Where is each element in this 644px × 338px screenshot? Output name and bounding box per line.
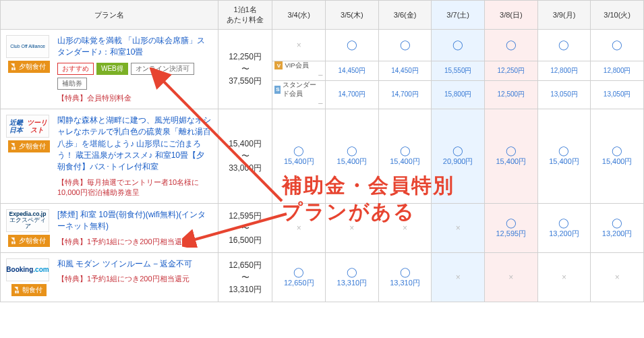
availability-cell[interactable]: ◯13,310円 (326, 252, 379, 302)
plan-bonus-text: 【特典】毎月抽選でエントリー者10名様に10,000円宿泊補助券進呈 (57, 177, 212, 198)
availability-cell[interactable]: ◯ (432, 30, 485, 61)
plan-title-link[interactable]: 和風 モダン ツインルーム − 返金不可 (57, 258, 212, 270)
unavailable-icon: × (562, 273, 566, 282)
header-date-6[interactable]: 3/10(火) (591, 1, 644, 30)
plan-tag: おすすめ (57, 63, 94, 75)
plan-cell: 近畿日本ツーリスト夕朝食付閑静な森林と湖畔に建つ、風光明媚なオシャレなホテルで乳… (1, 109, 218, 203)
available-icon: ◯ (274, 145, 324, 157)
member-price-cell[interactable]: 13,050円 (537, 80, 591, 109)
cell-price: 20,900円 (443, 157, 473, 165)
available-icon: ◯ (327, 39, 377, 51)
availability-cell[interactable]: ◯12,595円 (485, 203, 538, 252)
plan-comparison-table: プラン名 1泊1名 あたり料金 3/4(水) 3/5(木) 3/6(金) 3/7… (0, 0, 644, 302)
plan-row: Expedia.co.jpエクスペディア夕朝食付[禁煙] 和室 10畳(朝食付)… (1, 203, 644, 252)
member-tier-label: Sスタンダード会員− (272, 80, 326, 109)
availability-cell[interactable]: ◯ (591, 30, 644, 61)
availability-cell[interactable]: ◯ (537, 30, 591, 61)
header-date-4[interactable]: 3/8(日) (485, 1, 538, 30)
cell-price: 13,310円 (390, 279, 420, 287)
cell-price: 15,400円 (496, 157, 527, 165)
availability-cell[interactable]: ◯15,400円 (326, 109, 379, 203)
available-icon: ◯ (539, 39, 589, 51)
plan-row: Club Off Alliance夕朝食付山形の味覚を満載 「山形の味会席膳」ス… (1, 30, 644, 61)
availability-cell: × (432, 203, 485, 252)
meal-badge: 夕朝食付 (8, 235, 50, 247)
member-price-cell[interactable]: 14,700円 (326, 80, 379, 109)
plan-cell: Booking.com朝食付和風 モダン ツインルーム − 返金不可【特典】1予… (1, 252, 218, 302)
member-price-cell[interactable]: 12,800円 (591, 61, 644, 80)
member-price-cell[interactable]: 12,800円 (537, 61, 591, 80)
price-low: 12,595円 (229, 211, 262, 221)
available-icon: ◯ (592, 39, 642, 51)
brand-box[interactable]: Club Off Alliance夕朝食付 (6, 35, 52, 73)
availability-cell[interactable]: ◯12,650円 (272, 252, 326, 302)
plan-tag: WEB得 (96, 63, 128, 75)
member-tier-icon: S (274, 86, 281, 94)
unavailable-icon: × (403, 223, 407, 233)
availability-cell[interactable]: ◯15,400円 (537, 109, 591, 203)
price-range-cell: 12,650円〜13,310円 (218, 252, 272, 302)
brand-logo: Club Off Alliance (6, 35, 49, 58)
plan-title-link[interactable]: [禁煙] 和室 10畳(朝食付)(wifi無料)(インターネット無料) (57, 209, 212, 233)
member-price-cell[interactable]: 14,700円 (378, 80, 432, 109)
availability-cell[interactable]: ◯15,400円 (485, 109, 538, 203)
brand-box[interactable]: 近畿日本ツーリスト夕朝食付 (6, 115, 52, 152)
unavailable-icon: × (456, 273, 461, 282)
member-tier-label: VVIP会員− (272, 61, 326, 80)
brand-box[interactable]: Booking.com朝食付 (6, 258, 52, 296)
availability-cell[interactable]: ◯ (326, 30, 379, 61)
availability-cell: × (272, 203, 326, 252)
header-date-1[interactable]: 3/5(木) (326, 1, 379, 30)
availability-cell[interactable]: ◯15,400円 (378, 109, 432, 203)
member-price-cell[interactable]: 12,500円 (485, 80, 538, 109)
available-icon: ◯ (380, 39, 430, 51)
available-icon: ◯ (433, 39, 483, 51)
brand-logo: 近畿日本ツーリスト (6, 115, 49, 138)
available-icon: ◯ (327, 145, 377, 157)
unavailable-icon: × (297, 223, 301, 233)
header-date-2[interactable]: 3/6(金) (378, 1, 432, 30)
available-icon: ◯ (592, 217, 642, 229)
available-icon: ◯ (539, 217, 589, 229)
member-price-cell[interactable]: 14,450円 (378, 61, 432, 80)
availability-cell[interactable]: ◯13,200円 (591, 203, 644, 252)
availability-cell: × (326, 203, 379, 252)
available-icon: ◯ (486, 217, 536, 229)
availability-cell[interactable]: ◯13,310円 (378, 252, 432, 302)
available-icon: ◯ (486, 39, 536, 51)
availability-cell[interactable]: ◯20,900円 (432, 109, 485, 203)
header-price: 1泊1名 あたり料金 (218, 1, 272, 30)
member-price-cell[interactable]: 15,550円 (432, 61, 485, 80)
availability-cell[interactable]: ◯15,400円 (272, 109, 326, 203)
available-icon: ◯ (380, 266, 430, 278)
brand-box[interactable]: Expedia.co.jpエクスペディア夕朝食付 (6, 209, 52, 247)
header-date-5[interactable]: 3/9(月) (537, 1, 591, 30)
plan-title-link[interactable]: 閑静な森林と湖畔に建つ、風光明媚なオシャレなホテルで乳白色の硫黄泉「離れ湯百八歩… (57, 115, 212, 173)
header-date-0[interactable]: 3/4(水) (272, 1, 326, 30)
member-price-cell[interactable]: 12,250円 (485, 61, 538, 80)
availability-cell[interactable]: ◯ (485, 30, 538, 61)
brand-logo: Booking.com (6, 258, 49, 281)
cell-price: 15,400円 (337, 157, 368, 165)
plan-title-link[interactable]: 山形の味覚を満載 「山形の味会席膳」スタンダード♪：和室10畳 (57, 35, 212, 59)
plan-bonus-text: 【特典】1予約1組につき200円相当還元 (57, 237, 212, 247)
unavailable-icon: × (508, 273, 513, 282)
available-icon: ◯ (274, 266, 324, 278)
cell-price: 13,310円 (337, 279, 368, 287)
header-date-3[interactable]: 3/7(土) (432, 1, 485, 30)
cell-price: 15,400円 (390, 157, 420, 165)
availability-cell[interactable]: ◯ (378, 30, 432, 61)
cell-price: 12,650円 (284, 279, 314, 287)
availability-cell[interactable]: ◯15,400円 (591, 109, 644, 203)
member-price-cell[interactable]: 14,450円 (326, 61, 379, 80)
available-icon: ◯ (327, 266, 377, 278)
availability-cell[interactable]: ◯13,200円 (537, 203, 591, 252)
price-high: 33,000円 (229, 163, 262, 173)
available-icon: ◯ (539, 145, 589, 157)
cell-price: 15,400円 (549, 157, 579, 165)
unavailable-icon: × (456, 223, 461, 233)
member-price-cell[interactable]: 15,800円 (432, 80, 485, 109)
member-price-cell[interactable]: 13,050円 (591, 80, 644, 109)
member-tier-name: VIP会員 (285, 61, 308, 70)
meal-badge: 夕朝食付 (8, 61, 50, 73)
